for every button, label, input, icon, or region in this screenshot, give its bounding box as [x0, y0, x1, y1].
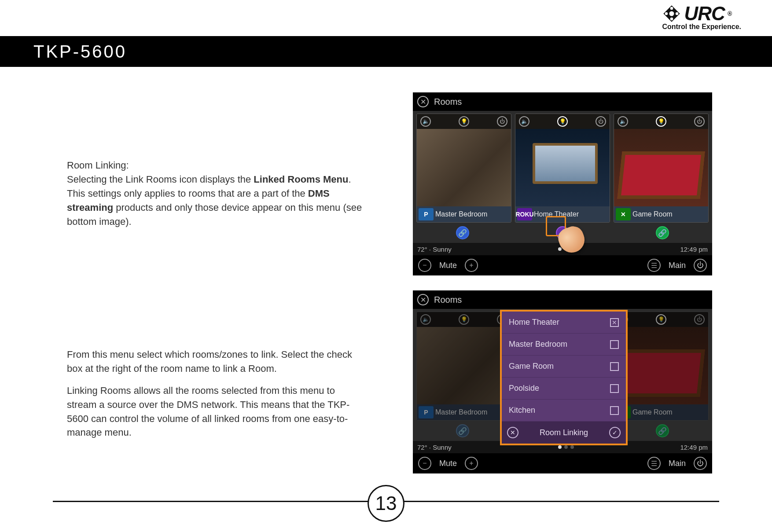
confirm-icon[interactable]: ✓ [609, 427, 621, 438]
main-label[interactable]: Main [669, 459, 686, 468]
popup-room-label: Home Theater [509, 318, 559, 327]
menu-icon[interactable]: ☰ [647, 457, 661, 470]
room-photo [515, 129, 610, 206]
checkbox-unchecked[interactable] [610, 384, 619, 393]
volume-icon[interactable]: 🔈 [519, 116, 529, 127]
service-badge-pandora: P [419, 406, 434, 418]
weather-status: 72° · Sunny [417, 444, 452, 451]
power-icon[interactable]: ⏻ [497, 116, 507, 127]
power-icon: ⏻ [694, 314, 705, 325]
room-label: Master Bedroom [435, 210, 487, 218]
room-card-game-room[interactable]: 🔈 💡 ⏻ ✕ Game Room [614, 114, 709, 223]
room-label: Game Room [632, 408, 673, 416]
room-photo [417, 129, 511, 206]
checkbox-unchecked[interactable] [610, 340, 619, 349]
svg-point-1 [669, 11, 674, 16]
section-heading: Room Linking: [67, 160, 129, 171]
weather-status: 72° · Sunny [417, 246, 452, 253]
popup-room-label: Master Bedroom [509, 340, 567, 349]
room-card-game-room: 🔈 💡 ⏻ ✕ Game Room [614, 312, 709, 421]
popup-row-game-room[interactable]: Game Room [502, 356, 626, 378]
light-icon[interactable]: 💡 [459, 116, 469, 127]
section-linking-instructions: From this menu select which rooms/zones … [67, 348, 366, 448]
light-icon[interactable]: 💡 [557, 116, 568, 127]
link-room-icon: 🔗 [456, 424, 469, 437]
brand-tagline: Control the Experience. [662, 23, 741, 31]
topbar-title: Rooms [434, 295, 462, 305]
clock: 12:49 pm [680, 246, 708, 253]
bottom-bar: − Mute + ☰ Main ⏻ [413, 255, 712, 275]
room-card-home-theater[interactable]: 🔈 💡 ⏻ ROKU Home Theater [515, 114, 610, 223]
menu-icon[interactable]: ☰ [647, 259, 661, 272]
link-room-icon: 🔗 [656, 424, 669, 437]
volume-down-button[interactable]: − [418, 457, 431, 470]
room-photo [417, 327, 511, 404]
power-icon[interactable]: ⏻ [694, 457, 707, 470]
room-photo [614, 129, 708, 206]
screenshot-rooms-overview: ✕ Rooms 🔈 💡 ⏻ P Master Bedroom 🔈 💡 ⏻ [413, 92, 712, 272]
mute-label[interactable]: Mute [439, 459, 457, 468]
checkbox-unchecked[interactable] [610, 362, 619, 371]
close-icon[interactable]: ✕ [417, 294, 429, 305]
product-model: TKP-5600 [33, 42, 127, 62]
clock: 12:49 pm [680, 444, 708, 451]
power-icon[interactable]: ⏻ [694, 116, 705, 127]
popup-room-label: Game Room [509, 362, 554, 371]
volume-icon: 🔈 [420, 314, 431, 325]
page-number: 13 [368, 485, 404, 522]
section-room-linking: Room Linking: Selecting the Link Rooms i… [67, 158, 366, 236]
service-badge-pandora: P [419, 208, 434, 220]
popup-row-home-theater[interactable]: Home Theater [502, 312, 626, 334]
screenshot-topbar: ✕ Rooms [413, 290, 712, 309]
checkbox-unchecked[interactable] [610, 406, 619, 415]
svg-point-5 [676, 12, 679, 15]
link-icons-row: 🔗 🔗 🔗 [413, 223, 712, 243]
service-badge-xbox: ✕ [616, 208, 631, 220]
popup-footer: ✕ Room Linking ✓ [502, 422, 626, 444]
room-label: Game Room [632, 210, 673, 218]
cancel-icon[interactable]: ✕ [507, 427, 518, 438]
room-photo [614, 327, 708, 404]
light-icon: 💡 [656, 314, 666, 325]
room-cards-row: 🔈 💡 ⏻ P Master Bedroom 🔈 💡 ⏻ ROKU Home T… [413, 111, 712, 223]
light-icon[interactable]: 💡 [656, 116, 666, 127]
room-card-master-bedroom: 🔈 💡 ⏻ P Master Bedroom [416, 312, 511, 421]
light-icon: 💡 [459, 314, 469, 325]
popup-title: Room Linking [540, 428, 588, 437]
brand-diamond-icon [662, 4, 681, 23]
svg-point-4 [665, 12, 668, 15]
volume-up-button[interactable]: + [465, 457, 478, 470]
svg-point-3 [670, 18, 673, 21]
mute-label[interactable]: Mute [439, 261, 457, 270]
page-dots [558, 445, 574, 449]
volume-icon[interactable]: 🔈 [420, 116, 431, 127]
screenshot-topbar: ✕ Rooms [413, 92, 712, 111]
brand-logo: URC ® Control the Experience. [662, 3, 741, 31]
volume-down-button[interactable]: − [418, 259, 431, 272]
svg-point-2 [670, 7, 673, 10]
brand-name: URC [684, 3, 724, 25]
room-label: Master Bedroom [435, 408, 487, 416]
link-room-icon[interactable]: 🔗 [456, 226, 469, 239]
instruction-p1: From this menu select which rooms/zones … [67, 348, 366, 376]
popup-row-master-bedroom[interactable]: Master Bedroom [502, 334, 626, 356]
linked-rooms-menu-term: Linked Rooms Menu [254, 174, 348, 185]
main-label[interactable]: Main [669, 261, 686, 270]
room-linking-popup: Home Theater Master Bedroom Game Room Po… [500, 310, 628, 445]
service-badge-roku: ROKU [517, 208, 532, 220]
volume-icon[interactable]: 🔈 [618, 116, 628, 127]
checkbox-checked[interactable] [610, 318, 619, 327]
popup-room-label: Kitchen [509, 406, 535, 415]
popup-row-kitchen[interactable]: Kitchen [502, 400, 626, 422]
close-icon[interactable]: ✕ [417, 96, 429, 107]
popup-row-poolside[interactable]: Poolside [502, 378, 626, 400]
room-card-master-bedroom[interactable]: 🔈 💡 ⏻ P Master Bedroom [416, 114, 511, 223]
popup-room-label: Poolside [509, 384, 539, 393]
link-room-icon[interactable]: 🔗 [656, 226, 669, 239]
volume-up-button[interactable]: + [465, 259, 478, 272]
body-text: Selecting the Link Rooms icon displays t… [67, 174, 254, 185]
topbar-title: Rooms [434, 97, 462, 107]
power-icon[interactable]: ⏻ [596, 116, 606, 127]
power-icon[interactable]: ⏻ [694, 259, 707, 272]
instruction-p2: Linking Rooms allows all the rooms selec… [67, 384, 366, 440]
